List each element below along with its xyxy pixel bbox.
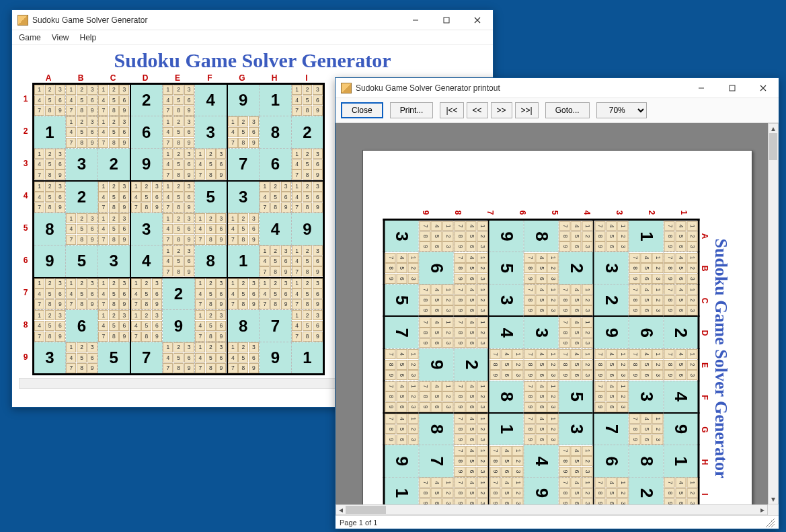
sudoku-cell[interactable]: 123456789 (384, 252, 419, 284)
sudoku-cell[interactable]: 1 (34, 116, 66, 149)
sudoku-cell[interactable]: 123456789 (195, 149, 227, 181)
sudoku-cell[interactable]: 9 (227, 84, 260, 116)
sudoku-cell[interactable]: 123456789 (454, 381, 489, 413)
sudoku-cell[interactable]: 123456789 (419, 316, 454, 348)
sudoku-cell[interactable]: 123456789 (629, 413, 664, 445)
sudoku-cell[interactable]: 123456789 (559, 284, 594, 317)
sudoku-cell[interactable]: 9 (292, 213, 324, 245)
sudoku-cell[interactable]: 3 (98, 245, 130, 278)
print-button[interactable]: Print... (390, 102, 434, 118)
sudoku-cell[interactable]: 123456789 (419, 381, 454, 413)
sudoku-cell[interactable]: 8 (260, 116, 292, 149)
sudoku-cell[interactable]: 5 (384, 284, 419, 317)
sudoku-cell[interactable]: 3 (594, 252, 629, 284)
sudoku-cell[interactable]: 1 (489, 413, 524, 445)
sudoku-cell[interactable]: 123456789 (130, 310, 163, 342)
sudoku-cell[interactable]: 1 (629, 220, 664, 252)
scroll-thumb[interactable] (346, 506, 386, 514)
sudoku-cell[interactable]: 123456789 (227, 116, 260, 149)
sudoku-cell[interactable]: 123456789 (34, 149, 66, 181)
sudoku-cell[interactable]: 8 (629, 445, 664, 478)
sudoku-cell[interactable]: 4 (130, 245, 163, 278)
sudoku-cell[interactable]: 123456789 (524, 252, 559, 284)
sudoku-cell[interactable]: 123456789 (454, 445, 489, 478)
sudoku-cell[interactable]: 2 (559, 252, 594, 284)
sudoku-cell[interactable]: 6 (130, 116, 163, 149)
sudoku-cell[interactable]: 123456789 (489, 348, 524, 381)
sudoku-cell[interactable]: 9 (664, 413, 699, 445)
close-button[interactable] (748, 78, 779, 98)
zoom-select[interactable]: 70% (596, 102, 647, 118)
sudoku-cell[interactable]: 123456789 (98, 84, 130, 116)
sudoku-cell[interactable]: 123456789 (66, 342, 98, 375)
sudoku-cell[interactable]: 123456789 (66, 84, 98, 116)
sudoku-cell[interactable]: 123456789 (419, 284, 454, 317)
sudoku-cell[interactable]: 123456789 (195, 342, 227, 375)
sudoku-cell[interactable]: 8 (524, 220, 559, 252)
sudoku-cell[interactable]: 123456789 (454, 316, 489, 348)
sudoku-cell[interactable]: 123456789 (292, 181, 324, 213)
sudoku-cell[interactable]: 3 (524, 316, 559, 348)
sudoku-cell[interactable]: 7 (419, 445, 454, 478)
sudoku-cell[interactable]: 123456789 (384, 413, 419, 445)
sudoku-cell[interactable]: 7 (384, 316, 419, 348)
sudoku-cell[interactable]: 1 (292, 342, 324, 375)
sudoku-cell[interactable]: 9 (260, 342, 292, 375)
sudoku-cell[interactable]: 123456789 (163, 149, 195, 181)
sudoku-cell[interactable]: 6 (419, 252, 454, 284)
sudoku-cell[interactable]: 2 (292, 116, 324, 149)
sudoku-cell[interactable]: 2 (664, 316, 699, 348)
sudoku-cell[interactable]: 123456789 (594, 220, 629, 252)
sudoku-cell[interactable]: 123456789 (163, 181, 195, 213)
sudoku-cell[interactable]: 123456789 (34, 84, 66, 116)
sudoku-cell[interactable]: 123456789 (594, 348, 629, 381)
sudoku-cell[interactable]: 4 (195, 84, 227, 116)
sudoku-cell[interactable]: 123456789 (384, 348, 419, 381)
scroll-up-icon[interactable]: ▴ (769, 124, 778, 133)
sudoku-cell[interactable]: 5 (559, 381, 594, 413)
sudoku-cell[interactable]: 6 (66, 310, 98, 342)
prev-page-button[interactable]: << (467, 102, 488, 118)
sudoku-cell[interactable]: 4 (489, 316, 524, 348)
sudoku-cell[interactable]: 8 (489, 381, 524, 413)
sudoku-cell[interactable]: 9 (594, 316, 629, 348)
sudoku-cell[interactable]: 123456789 (98, 116, 130, 149)
sudoku-cell[interactable]: 7 (130, 342, 163, 375)
sudoku-cell[interactable]: 123456789 (559, 220, 594, 252)
sudoku-cell[interactable]: 123456789 (163, 84, 195, 116)
sudoku-cell[interactable]: 123456789 (227, 342, 260, 375)
sudoku-cell[interactable]: 1 (260, 84, 292, 116)
sudoku-cell[interactable]: 123456789 (163, 213, 195, 245)
sudoku-cell[interactable]: 3 (66, 149, 98, 181)
sudoku-cell[interactable]: 123456789 (34, 278, 66, 310)
sudoku-cell[interactable]: 9 (489, 220, 524, 252)
minimize-button[interactable] (400, 10, 431, 30)
sudoku-cell[interactable]: 8 (227, 310, 260, 342)
sudoku-cell[interactable]: 123456789 (98, 310, 130, 342)
sudoku-cell[interactable]: 3 (489, 284, 524, 317)
last-page-button[interactable]: >>| (515, 102, 539, 118)
sudoku-cell[interactable]: 123456789 (524, 413, 559, 445)
sudoku-cell[interactable]: 123456789 (66, 213, 98, 245)
sudoku-cell[interactable]: 123456789 (292, 84, 324, 116)
sudoku-cell[interactable]: 8 (34, 213, 66, 245)
sudoku-cell[interactable]: 123456789 (98, 213, 130, 245)
maximize-button[interactable] (717, 78, 748, 98)
sudoku-cell[interactable]: 123456789 (260, 181, 292, 213)
next-page-button[interactable]: >> (491, 102, 512, 118)
sudoku-cell[interactable]: 123456789 (384, 381, 419, 413)
sudoku-cell[interactable]: 123456789 (559, 348, 594, 381)
sudoku-cell[interactable]: 123456789 (292, 245, 324, 278)
sudoku-cell[interactable]: 123456789 (98, 278, 130, 310)
sudoku-cell[interactable]: 2 (66, 181, 98, 213)
sudoku-cell[interactable]: 123456789 (664, 252, 699, 284)
sudoku-cell[interactable]: 9 (34, 245, 66, 278)
sudoku-cell[interactable]: 123456789 (594, 381, 629, 413)
first-page-button[interactable]: |<< (440, 102, 463, 118)
sudoku-cell[interactable]: 1 (227, 245, 260, 278)
sudoku-cell[interactable]: 123456789 (419, 220, 454, 252)
sudoku-cell[interactable]: 123456789 (559, 316, 594, 348)
sudoku-cell[interactable]: 1 (664, 445, 699, 478)
sudoku-cell[interactable]: 2 (130, 84, 163, 116)
sudoku-cell[interactable]: 123456789 (195, 278, 227, 310)
